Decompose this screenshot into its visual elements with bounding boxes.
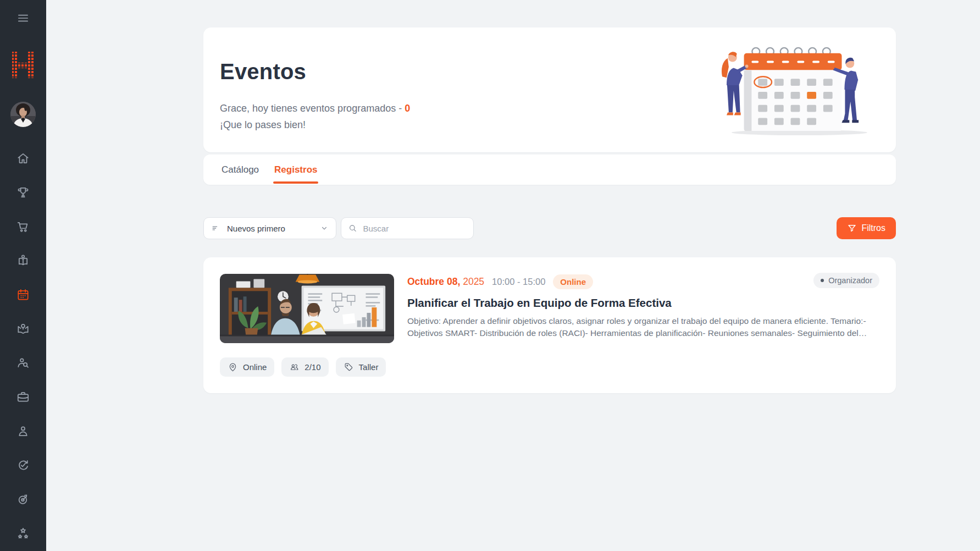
sidebar-item-events[interactable] bbox=[16, 288, 30, 302]
sidebar-item-ratings[interactable] bbox=[16, 526, 30, 541]
sidebar-item-learning[interactable] bbox=[16, 254, 30, 268]
sidebar bbox=[0, 0, 46, 551]
event-year: 2025 bbox=[463, 276, 484, 287]
search-box bbox=[341, 217, 474, 239]
calendar-illustration bbox=[712, 43, 876, 139]
event-description: Objetivo: Aprender a definir objetivos c… bbox=[407, 315, 874, 340]
user-icon bbox=[16, 424, 30, 438]
list-controls: Nuevos primero Filtros bbox=[203, 217, 896, 239]
target-arrow-icon bbox=[16, 492, 30, 506]
event-time: 10:00 - 15:00 bbox=[492, 277, 545, 287]
organizer-badge: Organizador bbox=[813, 273, 879, 288]
organizer-label: Organizador bbox=[828, 276, 872, 285]
sidebar-item-knowledge[interactable] bbox=[16, 322, 30, 336]
filters-label: Filtros bbox=[861, 223, 885, 233]
person-search-icon bbox=[16, 356, 30, 370]
shopping-cart-icon bbox=[16, 219, 30, 234]
pixel-h-logo[interactable] bbox=[12, 51, 35, 81]
greeting-prefix: Grace, hoy tienes eventos programados - bbox=[220, 103, 405, 114]
sidebar-item-talent-search[interactable] bbox=[16, 356, 30, 370]
filters-button[interactable]: Filtros bbox=[837, 217, 896, 239]
chip-capacity: 2/10 bbox=[281, 357, 328, 377]
user-avatar-photo bbox=[10, 102, 36, 127]
sync-check-icon bbox=[16, 458, 30, 472]
search-input[interactable] bbox=[363, 224, 467, 233]
event-date: Octubre 08, 2025 bbox=[407, 276, 484, 288]
tab-catalogo[interactable]: Catálogo bbox=[220, 155, 260, 185]
home-icon bbox=[16, 151, 30, 166]
tabs-bar: Catálogo Registros bbox=[203, 155, 896, 185]
sidebar-item-processes[interactable] bbox=[16, 458, 30, 472]
chip-location-label: Online bbox=[243, 362, 267, 372]
sort-dropdown[interactable]: Nuevos primero bbox=[203, 217, 336, 239]
events-header-card: Eventos Grace, hoy tienes eventos progra… bbox=[203, 27, 896, 152]
main-area: Eventos Grace, hoy tienes eventos progra… bbox=[46, 0, 980, 551]
briefcase-icon bbox=[16, 390, 30, 404]
chip-location: Online bbox=[220, 357, 274, 377]
sort-lines-icon bbox=[211, 223, 222, 234]
user-avatar[interactable] bbox=[10, 102, 36, 127]
sidebar-nav bbox=[16, 151, 30, 541]
event-meta-row: Octubre 08, 2025 10:00 - 15:00 Online bbox=[407, 274, 874, 289]
sidebar-item-profile[interactable] bbox=[16, 424, 30, 438]
chip-capacity-label: 2/10 bbox=[304, 362, 320, 372]
event-info: Octubre 08, 2025 10:00 - 15:00 Online Pl… bbox=[407, 274, 879, 343]
sidebar-item-achievements[interactable] bbox=[16, 185, 30, 200]
people-icon bbox=[289, 362, 300, 372]
events-count: 0 bbox=[405, 103, 410, 114]
book-lightbulb-icon bbox=[16, 322, 30, 336]
online-badge: Online bbox=[553, 274, 593, 289]
sort-selected-label: Nuevos primero bbox=[227, 224, 285, 233]
tab-registros[interactable]: Registros bbox=[273, 155, 318, 185]
sidebar-item-home[interactable] bbox=[16, 151, 30, 166]
funnel-icon bbox=[847, 223, 857, 233]
chevron-down-icon bbox=[319, 223, 329, 233]
organizer-dot-icon bbox=[821, 279, 824, 282]
chip-category-label: Taller bbox=[359, 362, 379, 372]
calendar-icon bbox=[16, 288, 30, 302]
event-card[interactable]: Organizador bbox=[203, 257, 896, 393]
tag-icon bbox=[344, 362, 354, 372]
event-chips-row: Online 2/10 Taller bbox=[220, 357, 879, 377]
sidebar-item-jobs[interactable] bbox=[16, 390, 30, 404]
event-thumbnail[interactable] bbox=[220, 274, 394, 343]
trophy-icon bbox=[16, 185, 30, 200]
location-pin-icon bbox=[228, 362, 238, 372]
chip-category: Taller bbox=[336, 357, 386, 377]
sidebar-item-store[interactable] bbox=[16, 219, 30, 234]
stars-icon bbox=[16, 526, 30, 541]
sidebar-item-goals[interactable] bbox=[16, 492, 30, 506]
hamburger-menu-button[interactable] bbox=[16, 11, 30, 27]
hamburger-menu-icon bbox=[16, 11, 30, 25]
search-icon bbox=[348, 223, 357, 234]
reading-person-icon bbox=[16, 254, 30, 268]
event-title[interactable]: Planificar el Trabajo en Equipo de Forma… bbox=[407, 296, 874, 310]
event-thumbnail-photo bbox=[220, 274, 394, 343]
